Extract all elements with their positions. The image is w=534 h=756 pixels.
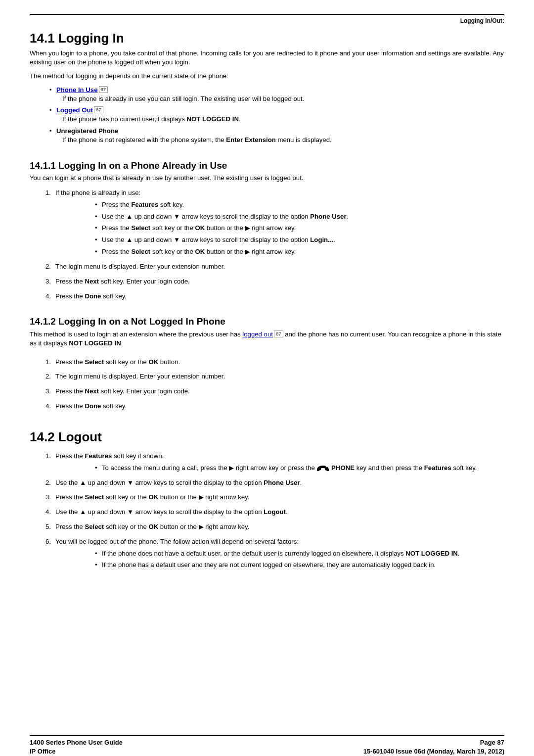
up-arrow-icon: ▲	[126, 213, 133, 220]
pageref-87: 87	[274, 331, 283, 337]
link-logged-out[interactable]: Logged Out	[56, 106, 93, 114]
step-3: Press the Select soft key or the OK butt…	[45, 493, 504, 502]
step-4: Press the Done soft key.	[45, 292, 504, 301]
section-14-1-1-heading: 14.1.1 Logging In on a Phone Already in …	[30, 159, 504, 172]
login-in-use-steps: If the phone is already in use: Press th…	[30, 189, 504, 300]
step1-sub-login: Use the ▲ up and down ▼ arrow keys to sc…	[95, 236, 504, 244]
login-method-logged-out-desc: If the phone has no current user,it disp…	[62, 115, 504, 124]
step1-sub-select-ok-2: Press the Select soft key or the OK butt…	[95, 247, 504, 256]
section-14-1-2-intro: This method is used to login at an exten…	[30, 330, 504, 348]
step-5: Press the Select soft key or the OK butt…	[45, 522, 504, 531]
right-arrow-icon: ▶	[199, 523, 204, 530]
pageref-87: 87	[99, 86, 108, 93]
step-1: Press the Features soft key if shown. To…	[45, 452, 504, 472]
svg-point-0	[326, 466, 328, 468]
footer-left-top: 1400 Series Phone User Guide	[30, 738, 123, 747]
right-arrow-icon: ▶	[229, 464, 234, 472]
step-2: The login menu is displayed. Enter your …	[45, 372, 504, 381]
step1-sub-select-ok: Press the Select soft key or the OK butt…	[95, 224, 504, 233]
link-logged-out-inline[interactable]: logged out	[242, 331, 273, 338]
footer-left-bottom: IP Office	[30, 747, 56, 756]
step-1: Press the Select soft key or the OK butt…	[45, 358, 504, 367]
step1-sub-phone-user: Use the ▲ up and down ▼ arrow keys to sc…	[95, 212, 504, 221]
login-method-unregistered: Unregistered Phone If the phone is not r…	[49, 127, 504, 144]
right-arrow-icon: ▶	[245, 248, 250, 255]
down-arrow-icon: ▼	[127, 508, 134, 516]
page-footer: 1400 Series Phone User Guide Page 87 IP …	[30, 735, 504, 756]
section-14-2-heading: 14.2 Logout	[30, 428, 504, 446]
step1-sub-features: Press the Features soft key.	[95, 200, 504, 209]
pageref-87: 87	[94, 106, 103, 113]
down-arrow-icon: ▼	[127, 479, 134, 486]
step-4: Press the Done soft key.	[45, 402, 504, 411]
step6-sub-no-default: If the phone does not have a default use…	[95, 549, 504, 558]
login-method-unregistered-desc: If the phone is not registered with the …	[62, 136, 504, 144]
step-2: Use the ▲ up and down ▼ arrow keys to sc…	[45, 478, 504, 487]
section-14-1-method-line: The method for logging in depends on the…	[30, 72, 504, 81]
step6-sub-has-default: If the phone has a default user and they…	[95, 561, 504, 569]
logout-steps: Press the Features soft key if shown. To…	[30, 452, 504, 569]
step-1: If the phone is already in use: Press th…	[45, 189, 504, 256]
up-arrow-icon: ▲	[80, 508, 86, 516]
link-phone-in-use[interactable]: Phone In Use	[56, 86, 98, 94]
login-method-phone-in-use-desc: If the phone is already in use you can s…	[62, 94, 504, 103]
down-arrow-icon: ▼	[174, 236, 180, 243]
header-breadcrumb: Logging In/Out:	[30, 17, 504, 25]
step1-sub-access-menu: To access the menu during a call, press …	[95, 464, 504, 472]
login-method-phone-in-use: Phone In Use87 If the phone is already i…	[49, 86, 504, 103]
step-6: You will be logged out of the phone. The…	[45, 537, 504, 569]
up-arrow-icon: ▲	[126, 236, 133, 243]
section-14-1-1-intro: You can login at a phone that is already…	[30, 174, 504, 183]
section-14-1-intro: When you login to a phone, you take cont…	[30, 49, 504, 67]
footer-right-bottom: 15-601040 Issue 06d (Monday, March 19, 2…	[363, 747, 504, 756]
login-not-logged-steps: Press the Select soft key or the OK butt…	[30, 358, 504, 411]
section-14-1-heading: 14.1 Logging In	[30, 30, 504, 47]
step-3: Press the Next soft key. Enter your logi…	[45, 387, 504, 396]
section-14-1-2-heading: 14.1.2 Logging In on a Not Logged In Pho…	[30, 315, 504, 328]
login-methods-list: Phone In Use87 If the phone is already i…	[30, 86, 504, 144]
step-2: The login menu is displayed. Enter your …	[45, 262, 504, 271]
down-arrow-icon: ▼	[174, 213, 180, 220]
right-arrow-icon: ▶	[199, 493, 204, 501]
footer-right-top: Page 87	[480, 738, 504, 747]
step-3: Press the Next soft key. Enter your logi…	[45, 277, 504, 286]
login-method-logged-out: Logged Out87 If the phone has no current…	[49, 106, 504, 124]
up-arrow-icon: ▲	[80, 479, 86, 486]
phone-icon	[316, 464, 329, 472]
step-4: Use the ▲ up and down ▼ arrow keys to sc…	[45, 508, 504, 517]
right-arrow-icon: ▶	[245, 224, 250, 232]
